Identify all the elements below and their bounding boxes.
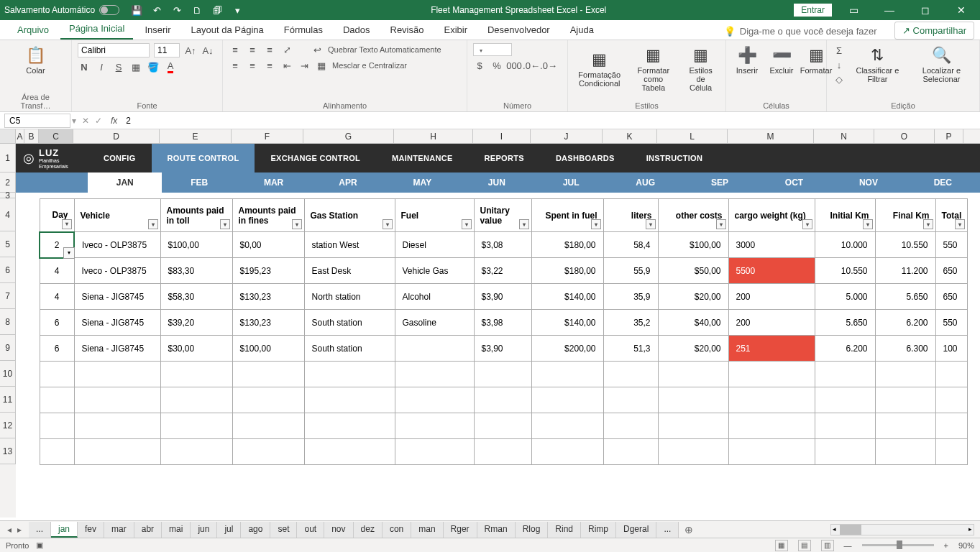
insert-cells-button[interactable]: ➕Inserir bbox=[732, 43, 762, 78]
column-header-D[interactable]: D bbox=[73, 129, 160, 143]
sheet-tab-mai[interactable]: mai bbox=[162, 522, 191, 538]
cell-day[interactable]: 6 bbox=[40, 310, 74, 336]
cell-gas[interactable]: South station bbox=[304, 336, 395, 362]
cell-toll[interactable]: $100,00 bbox=[160, 232, 232, 258]
select-all-cell[interactable] bbox=[0, 129, 16, 143]
cell-ikm[interactable]: 10.550 bbox=[815, 258, 875, 284]
row-header-12[interactable]: 12 bbox=[0, 413, 16, 438]
conditional-formatting-button[interactable]: ▦Formatação Condicional bbox=[574, 47, 625, 91]
empty-cell[interactable] bbox=[160, 413, 232, 439]
bold-icon[interactable]: N bbox=[78, 60, 91, 73]
filter-icon[interactable]: ▾ bbox=[148, 219, 158, 229]
empty-cell[interactable] bbox=[474, 387, 531, 413]
cell-gas[interactable]: East Desk bbox=[304, 258, 395, 284]
filter-icon[interactable]: ▾ bbox=[462, 219, 472, 229]
cell-cargo[interactable]: 200 bbox=[728, 284, 815, 310]
header-spent[interactable]: Spent in fuel▾ bbox=[531, 199, 603, 232]
cell-unit[interactable]: $3,22 bbox=[474, 258, 531, 284]
empty-cell[interactable] bbox=[935, 439, 968, 465]
empty-cell[interactable] bbox=[728, 387, 815, 413]
sheet-tab-set[interactable]: set bbox=[270, 522, 297, 538]
cell-other[interactable]: $20,00 bbox=[658, 284, 728, 310]
undo-icon[interactable]: ↶ bbox=[151, 4, 162, 16]
column-header-J[interactable]: J bbox=[531, 129, 603, 143]
row-header-13[interactable]: 13 bbox=[0, 438, 16, 464]
comma-icon[interactable]: 000 bbox=[508, 59, 521, 72]
empty-cell[interactable] bbox=[658, 387, 728, 413]
column-header-A[interactable]: A bbox=[16, 129, 24, 143]
cancel-formula-icon[interactable]: ✕ bbox=[82, 116, 89, 126]
cell-cargo[interactable]: 5500 bbox=[728, 258, 815, 284]
increase-indent-icon[interactable]: ⇥ bbox=[298, 59, 311, 72]
qat-icon-2[interactable]: 🗐 bbox=[211, 4, 223, 16]
autosum-icon[interactable]: Σ bbox=[833, 44, 846, 57]
filter-icon[interactable]: ▾ bbox=[220, 219, 230, 229]
month-tab-aug[interactable]: AUG bbox=[608, 172, 682, 193]
empty-cell[interactable] bbox=[935, 413, 968, 439]
merge-icon[interactable]: ▦ bbox=[315, 59, 328, 72]
horizontal-scrollbar[interactable]: ◂ ▸ bbox=[830, 524, 974, 535]
cell-ikm[interactable]: 5.650 bbox=[815, 310, 875, 336]
percent-icon[interactable]: % bbox=[490, 59, 503, 72]
minimize-icon[interactable]: — bbox=[875, 4, 904, 16]
header-cargo[interactable]: cargo weight (kg)▾ bbox=[728, 199, 815, 232]
cell-spent[interactable]: $180,00 bbox=[531, 232, 603, 258]
empty-cell[interactable] bbox=[935, 362, 968, 387]
cell-total[interactable]: 100 bbox=[935, 336, 968, 362]
increase-decimal-icon[interactable]: .0← bbox=[525, 59, 538, 72]
cell-spent[interactable]: $140,00 bbox=[531, 284, 603, 310]
cell-other[interactable]: $50,00 bbox=[658, 258, 728, 284]
decrease-indent-icon[interactable]: ⇤ bbox=[280, 59, 293, 72]
cell-fkm[interactable]: 11.200 bbox=[875, 258, 935, 284]
row-header-7[interactable]: 7 bbox=[0, 283, 16, 309]
menu-formulas[interactable]: Fórmulas bbox=[275, 22, 331, 40]
month-tab-apr[interactable]: APR bbox=[311, 172, 385, 193]
cell-fines[interactable]: $195,23 bbox=[232, 258, 304, 284]
column-header-K[interactable]: K bbox=[603, 129, 657, 143]
ribbon-display-icon[interactable]: ▭ bbox=[839, 4, 868, 16]
cell-liters[interactable]: 58,4 bbox=[603, 232, 658, 258]
menu-pagina-inicial[interactable]: Página Inicial bbox=[60, 20, 133, 40]
empty-cell[interactable] bbox=[40, 439, 74, 465]
cell-vehicle[interactable]: Siena - JIG8745 bbox=[74, 310, 160, 336]
nav-dashboards[interactable]: DASHBOARDS bbox=[540, 144, 631, 172]
cell-vehicle[interactable]: Siena - JIG8745 bbox=[74, 284, 160, 310]
sheet-tab-man[interactable]: man bbox=[411, 522, 443, 538]
fill-icon[interactable]: ↓ bbox=[833, 58, 846, 71]
font-name-select[interactable] bbox=[78, 43, 150, 58]
row-header-11[interactable]: 11 bbox=[0, 387, 16, 413]
normal-view-icon[interactable]: ▦ bbox=[775, 540, 788, 551]
sheet-tab-Dgeral[interactable]: Dgeral bbox=[616, 522, 656, 538]
nav-route-control[interactable]: ROUTE CONTROL bbox=[152, 144, 255, 172]
column-header-H[interactable]: H bbox=[394, 129, 473, 143]
cell-liters[interactable]: 35,2 bbox=[603, 310, 658, 336]
maximize-icon[interactable]: ◻ bbox=[911, 4, 940, 16]
month-tab-jul[interactable]: JUL bbox=[534, 172, 608, 193]
month-tab-feb[interactable]: FEB bbox=[162, 172, 236, 193]
empty-cell[interactable] bbox=[40, 387, 74, 413]
sign-in-button[interactable]: Entrar bbox=[794, 4, 832, 17]
cell-cargo[interactable]: 200 bbox=[728, 310, 815, 336]
menu-dados[interactable]: Dados bbox=[334, 22, 379, 40]
cell-vehicle[interactable]: Iveco - OLP3875 bbox=[74, 258, 160, 284]
number-format-select[interactable]: ▾ bbox=[473, 43, 512, 56]
cell-vehicle[interactable]: Siena - JIG8745 bbox=[74, 336, 160, 362]
cell-styles-button[interactable]: ▦Estilos de Célula bbox=[682, 43, 720, 95]
cell-other[interactable]: $20,00 bbox=[658, 336, 728, 362]
filter-icon[interactable]: ▾ bbox=[519, 219, 529, 229]
cell-toll[interactable]: $30,00 bbox=[160, 336, 232, 362]
nav-exchange-control[interactable]: EXCHANGE CONTROL bbox=[255, 144, 376, 172]
menu-ajuda[interactable]: Ajuda bbox=[562, 22, 603, 40]
autosave-toggle[interactable]: Salvamento Automático bbox=[4, 5, 119, 15]
empty-cell[interactable] bbox=[395, 439, 474, 465]
filter-icon[interactable]: ▾ bbox=[62, 219, 72, 229]
month-tab-nov[interactable]: NOV bbox=[831, 172, 905, 193]
header-ikm[interactable]: Initial Km▾ bbox=[815, 199, 875, 232]
cell-day[interactable]: 4 bbox=[40, 284, 74, 310]
sheet-tab-dez[interactable]: dez bbox=[354, 522, 383, 538]
cell-ikm[interactable]: 10.000 bbox=[815, 232, 875, 258]
empty-cell[interactable] bbox=[875, 439, 935, 465]
empty-cell[interactable] bbox=[728, 362, 815, 387]
sheet-tab-Rger[interactable]: Rger bbox=[444, 522, 477, 538]
empty-cell[interactable] bbox=[935, 387, 968, 413]
